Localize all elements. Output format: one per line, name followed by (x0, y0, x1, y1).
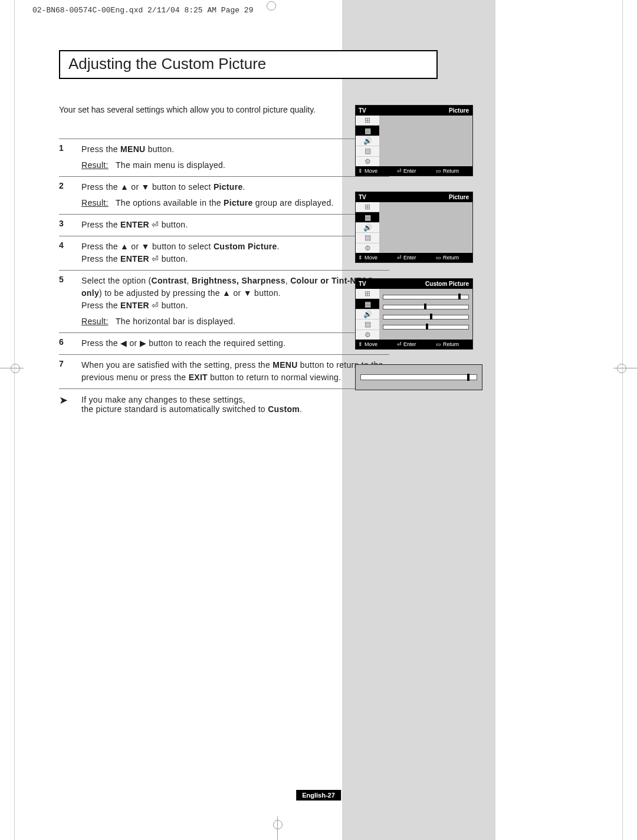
osd-picture-1: TV Picture ⊞ ▦ 🔊 ▤ ⚙ ⇕Move ⏎Enter ▭Retur… (355, 105, 473, 176)
picture-icon: ▦ (356, 126, 379, 136)
note: ➤ If you make any changes to these setti… (59, 389, 389, 414)
page-title-box: Adjusting the Custom Picture (59, 50, 438, 79)
step-4: 4 Press the ▲ or ▼ button to select Cust… (59, 236, 389, 270)
step-result: The main menu is displayed. (116, 160, 225, 170)
page-title: Adjusting the Custom Picture (68, 55, 428, 73)
step-3: 3 Press the ENTER ⏎ button. (59, 214, 389, 236)
step-2: 2 Press the ▲ or ▼ button to select Pict… (59, 176, 389, 214)
step-1: 1 Press the MENU button. Result: The mai… (59, 139, 389, 176)
file-header: 02-BN68-00574C-00Eng.qxd 2/11/04 8:25 AM… (32, 6, 253, 15)
steps-list: 1 Press the MENU button. Result: The mai… (59, 139, 389, 414)
input-icon: ⊞ (356, 116, 379, 126)
osd-custom-picture: TV Custom Picture ⊞ ▦ 🔊 ▤ ⚙ ⇕Move ⏎Enter… (355, 278, 473, 350)
page-number: English-27 (296, 790, 341, 801)
enter-icon: ⏎ (397, 168, 402, 174)
step-6: 6 Press the ◀ or ▶ button to reach the r… (59, 332, 389, 354)
step-5: 5 Select the option (Contrast, Brightnes… (59, 270, 389, 332)
note-arrow-icon: ➤ (59, 395, 81, 414)
intro-text: Your set has several settings which allo… (59, 105, 316, 114)
step-7: 7 When you are satisfied with the settin… (59, 354, 389, 388)
return-icon: ▭ (436, 168, 441, 174)
step-body: Press the MENU button. (81, 144, 175, 154)
osd-picture-2: TV Picture ⊞ ▦ 🔊 ▤ ⚙ ⇕Move ⏎Enter ▭Retur… (355, 192, 473, 263)
setup-icon: ⚙ (356, 157, 379, 166)
channel-icon: ▤ (356, 146, 379, 156)
updown-icon: ⇕ (358, 168, 363, 174)
osd-slider-bar (355, 364, 482, 390)
sound-icon: 🔊 (356, 136, 379, 146)
